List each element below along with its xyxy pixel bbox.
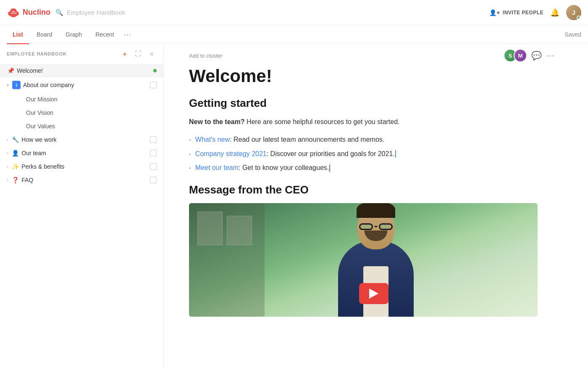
search-bar[interactable]: 🔍 Employee Handbook xyxy=(55,9,223,16)
sidebar-item-about[interactable]: ▾ i About our company xyxy=(0,77,163,93)
invite-label: INVITE PEOPLE xyxy=(503,10,543,16)
sidebar-item-label: Welcome! xyxy=(17,67,151,74)
company-strategy-link[interactable]: Company strategy 2021 xyxy=(195,150,267,157)
list-item: ● Meet our team: Get to know your collea… xyxy=(189,162,554,173)
cursor-purple xyxy=(329,164,330,172)
sidebar-child-mission: Our Mission xyxy=(0,93,163,106)
perks-icon: ✨ xyxy=(11,163,19,170)
about-icon: i xyxy=(12,81,21,89)
sidebar-actions: ＋ ⛶ « xyxy=(120,49,157,59)
search-icon: 🔍 xyxy=(55,9,63,16)
sidebar-list: 📌 Welcome! ▾ i About our company Our Mis… xyxy=(0,64,163,368)
getting-started-heading: Getting started xyxy=(189,97,554,110)
expand-icon[interactable]: › xyxy=(7,178,8,183)
bullet-dot: ● xyxy=(189,166,191,171)
sidebar-expand-button[interactable]: ⛶ xyxy=(133,49,143,59)
sidebar-item-label: Perks & benefits xyxy=(21,163,147,170)
collaborator-avatar-2: M xyxy=(514,49,527,62)
sidebar-item-howwework[interactable]: › 🔧 How we work xyxy=(0,133,163,146)
list-item-content: Meet our team: Get to know your colleagu… xyxy=(195,162,330,173)
online-dot xyxy=(153,69,157,72)
main-content: Add to cluster S M 💬 ⋯ Welcome! Getting … xyxy=(164,44,588,368)
page-title: Welcome! xyxy=(189,66,554,87)
ceo-heading: Message from the CEO xyxy=(189,183,554,196)
tab-list[interactable]: List xyxy=(7,26,29,44)
comments-button[interactable]: 💬 xyxy=(531,50,542,61)
sidebar-item-label: About our company xyxy=(23,82,147,88)
sidebar-item-label: How we work xyxy=(21,136,147,143)
play-triangle-icon xyxy=(369,289,378,299)
more-options-button[interactable]: ⋯ xyxy=(546,50,554,61)
search-text: Employee Handbook xyxy=(67,9,125,16)
sidebar: EMPLOYEE HANDBOOK ＋ ⛶ « 📌 Welcome! ▾ i A… xyxy=(0,44,164,368)
add-to-cluster-button[interactable]: Add to cluster xyxy=(189,53,223,59)
sidebar-item-perks[interactable]: › ✨ Perks & benefits xyxy=(0,160,163,173)
meet-our-team-link[interactable]: Meet our team xyxy=(195,164,239,171)
saved-status: Saved xyxy=(564,31,581,38)
sidebar-item-label: Our Mission xyxy=(26,96,157,103)
sidebar-title: EMPLOYEE HANDBOOK xyxy=(7,51,116,56)
sidebar-child-vision: Our Vision xyxy=(0,106,163,119)
invite-people-button[interactable]: 👤+ INVITE PEOPLE xyxy=(489,9,543,16)
sidebar-item-values[interactable]: Our Values xyxy=(19,119,163,133)
sidebar-item-mission[interactable]: Our Mission xyxy=(19,93,163,106)
expand-icon[interactable]: ▾ xyxy=(7,83,9,87)
cursor-blue xyxy=(395,150,396,158)
expand-icon[interactable]: › xyxy=(7,164,8,169)
bullet-dot: ● xyxy=(189,152,191,157)
item-checkbox[interactable] xyxy=(150,136,157,143)
sidebar-child-values: Our Values xyxy=(0,119,163,133)
sidebar-item-faq[interactable]: › ❓ FAQ xyxy=(0,173,163,187)
notifications-button[interactable]: 🔔 xyxy=(550,8,559,17)
team-icon: 👤 xyxy=(11,150,19,156)
faq-icon: ❓ xyxy=(11,177,19,183)
tab-graph[interactable]: Graph xyxy=(60,26,88,44)
expand-icon[interactable]: › xyxy=(7,151,8,156)
invite-icon: 👤+ xyxy=(489,9,500,16)
tab-board[interactable]: Board xyxy=(31,26,58,44)
expand-icon[interactable]: › xyxy=(7,138,8,142)
app-name: Nuclino xyxy=(23,8,50,17)
pin-icon: 📌 xyxy=(7,67,14,74)
content-toolbar: Add to cluster S M 💬 ⋯ xyxy=(189,44,554,66)
item-checkbox[interactable] xyxy=(150,163,157,170)
sidebar-item-vision[interactable]: Our Vision xyxy=(19,106,163,119)
logo[interactable]: Nuclino xyxy=(7,7,50,19)
sidebar-item-welcome[interactable]: 📌 Welcome! xyxy=(0,64,163,77)
video-play-button[interactable] xyxy=(359,283,388,304)
tabs-bar: List Board Graph Recent ⋯ Saved xyxy=(0,25,588,44)
item-checkbox[interactable] xyxy=(150,150,157,156)
intro-bold: New to the team? xyxy=(189,118,244,125)
wrench-icon: 🔧 xyxy=(11,136,19,143)
sidebar-collapse-button[interactable]: « xyxy=(147,49,157,59)
ceo-video[interactable] xyxy=(189,203,538,317)
tabs-more-button[interactable]: ⋯ xyxy=(123,30,131,39)
tab-recent[interactable]: Recent xyxy=(89,26,120,44)
item-checkbox[interactable] xyxy=(150,82,157,88)
resource-list: ● What's new: Read our latest team annou… xyxy=(189,134,554,173)
list-item: ● Company strategy 2021: Discover our pr… xyxy=(189,148,554,159)
sidebar-header: EMPLOYEE HANDBOOK ＋ ⛶ « xyxy=(0,44,163,64)
bullet-dot: ● xyxy=(189,138,191,143)
item-checkbox[interactable] xyxy=(150,177,157,183)
sidebar-item-label: Our Vision xyxy=(26,109,157,116)
list-item: ● What's new: Read our latest team annou… xyxy=(189,134,554,145)
brain-icon xyxy=(7,7,20,19)
sidebar-item-label: Our team xyxy=(21,150,147,156)
toolbar-right: S M 💬 ⋯ xyxy=(504,49,554,62)
top-nav: Nuclino 🔍 Employee Handbook 👤+ INVITE PE… xyxy=(0,0,588,25)
whats-new-link[interactable]: What's new xyxy=(195,136,230,143)
nav-right: 👤+ INVITE PEOPLE 🔔 J xyxy=(489,5,581,20)
list-item-content: What's new: Read our latest team announc… xyxy=(195,134,384,145)
sidebar-add-button[interactable]: ＋ xyxy=(120,49,130,59)
main-layout: EMPLOYEE HANDBOOK ＋ ⛶ « 📌 Welcome! ▾ i A… xyxy=(0,44,588,368)
collaborator-avatars: S M xyxy=(504,49,527,62)
online-indicator xyxy=(577,16,581,20)
sidebar-item-label: FAQ xyxy=(21,177,147,183)
user-avatar[interactable]: J xyxy=(566,5,581,20)
intro-text: Here are some helpful resources to get y… xyxy=(244,118,399,125)
sidebar-item-label: Our Values xyxy=(26,123,157,130)
list-item-content: Company strategy 2021: Discover our prio… xyxy=(195,148,396,159)
intro-paragraph: New to the team? Here are some helpful r… xyxy=(189,116,554,127)
sidebar-item-ourteam[interactable]: › 👤 Our team xyxy=(0,146,163,160)
